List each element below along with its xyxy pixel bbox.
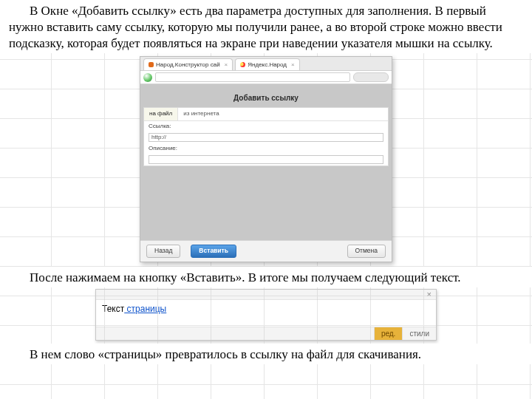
text-widget: × Текст страницы ред. стили — [95, 289, 437, 341]
browser-tabstrip: Народ.Конструктор сай × Яндекс.Народ × — [140, 57, 392, 71]
yandex-favicon-icon — [240, 62, 245, 67]
widget-text-link[interactable]: страницы — [124, 304, 166, 314]
browser-action-button[interactable] — [353, 72, 389, 82]
close-icon[interactable]: × — [423, 290, 436, 299]
widget-titlebar: × — [96, 290, 436, 300]
tab-internet[interactable]: из интернета — [178, 108, 224, 120]
paragraph-2: После нажимаем на кнопку «Вставить». В и… — [0, 267, 532, 287]
source-tabs: на файл из интернета — [144, 108, 388, 120]
browser-tab-2-label: Яндекс.Народ — [248, 61, 287, 69]
reload-icon[interactable] — [143, 73, 152, 82]
close-icon[interactable]: × — [291, 61, 295, 69]
widget-tabs: ред. стили — [96, 327, 436, 340]
tab-edit[interactable]: ред. — [374, 327, 403, 340]
paragraph-3-text: В нем слово «страницы» превратилось в сс… — [30, 347, 421, 361]
tab-file[interactable]: на файл — [144, 108, 178, 120]
link-input[interactable]: http:// — [149, 133, 383, 142]
browser-address-bar — [140, 71, 392, 84]
link-label: Ссылка: — [149, 123, 180, 130]
dialog-title: Добавить ссылку — [140, 92, 392, 107]
paragraph-2-text: После нажимаем на кнопку «Вставить». В и… — [30, 270, 461, 284]
add-link-dialog: Народ.Конструктор сай × Яндекс.Народ × Д… — [140, 56, 392, 262]
close-icon[interactable]: × — [225, 61, 228, 69]
tab-styles[interactable]: стили — [402, 327, 436, 340]
url-input[interactable] — [155, 72, 350, 82]
insert-button[interactable]: Вставить — [191, 245, 236, 257]
narod-favicon-icon — [149, 62, 154, 67]
paragraph-3: В нем слово «страницы» превратилось в сс… — [0, 344, 532, 364]
dialog-panel: на файл из интернета Ссылка: http:// Опи… — [143, 107, 389, 166]
browser-tab-1-label: Народ.Конструктор сай — [156, 61, 220, 69]
browser-tab-2[interactable]: Яндекс.Народ × — [235, 58, 299, 70]
paragraph-1-text: В Окне «Добавить ссылку» есть два параме… — [9, 4, 502, 50]
browser-tab-1[interactable]: Народ.Конструктор сай × — [143, 58, 233, 70]
back-button[interactable]: Назад — [146, 245, 180, 257]
description-label: Описание: — [149, 145, 180, 152]
cancel-button[interactable]: Отмена — [347, 245, 386, 257]
widget-body[interactable]: Текст страницы — [96, 300, 436, 327]
widget-text-plain: Текст — [102, 304, 124, 314]
dialog-button-bar: Назад Вставить Отмена — [140, 240, 392, 261]
description-input[interactable] — [149, 155, 383, 164]
paragraph-1: В Окне «Добавить ссылку» есть два параме… — [0, 0, 532, 53]
dialog-backdrop — [140, 166, 392, 240]
